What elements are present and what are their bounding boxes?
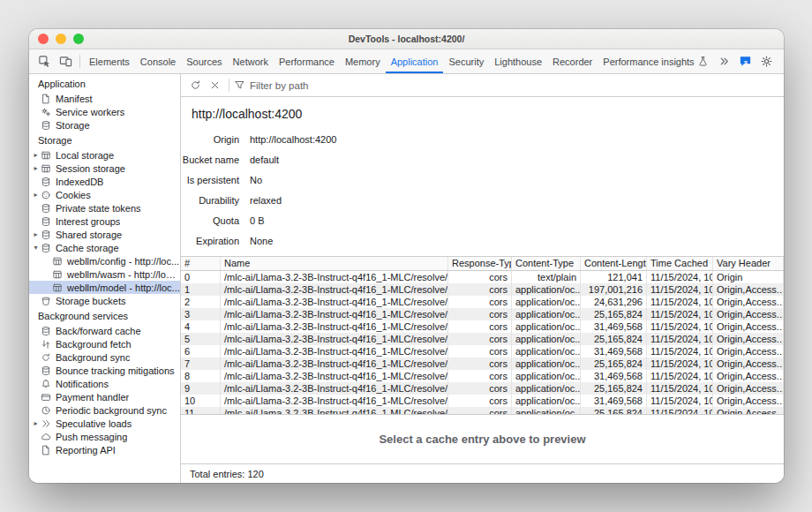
inspect-button[interactable] — [34, 49, 55, 73]
cache-entry-row[interactable]: 8/mlc-ai/Llama-3.2-3B-Instruct-q4f16_1-M… — [181, 370, 784, 382]
sidebar-item-label: Back/forward cache — [56, 326, 141, 336]
column-header-response-type[interactable]: Response-Type — [448, 257, 512, 270]
sidebar-item-shared-storage[interactable]: ▸Shared storage — [29, 228, 180, 241]
devices-button[interactable] — [55, 49, 76, 73]
meta-value: No — [250, 175, 262, 185]
window-titlebar: DevTools - localhost:4200/ — [29, 29, 784, 49]
cache-entry-row[interactable]: 0/mlc-ai/Llama-3.2-3B-Instruct-q4f16_1-M… — [181, 271, 784, 283]
cell-index: 0 — [181, 271, 221, 283]
meta-row-quota: Quota0 B — [181, 210, 784, 230]
cloud-icon — [41, 432, 51, 442]
cache-entry-row[interactable]: 6/mlc-ai/Llama-3.2-3B-Instruct-q4f16_1-M… — [181, 345, 784, 358]
sidebar-item-back-forward-cache[interactable]: Back/forward cache — [29, 324, 180, 337]
sidebar-item-background-sync[interactable]: Background sync — [29, 350, 180, 364]
chevron-right-icon[interactable]: ▸ — [29, 164, 41, 172]
sidebar-item-session-storage[interactable]: ▸Session storage — [29, 162, 180, 175]
cache-entry-row[interactable]: 7/mlc-ai/Llama-3.2-3B-Instruct-q4f16_1-M… — [181, 358, 784, 370]
table-icon — [52, 282, 63, 293]
filter-by-path-input[interactable]: Filter by path — [234, 79, 308, 91]
sidebar-item-private-state-tokens[interactable]: Private state tokens — [29, 201, 180, 215]
cache-entry-row[interactable]: 2/mlc-ai/Llama-3.2-3B-Instruct-q4f16_1-M… — [181, 296, 784, 308]
doc-icon — [41, 94, 51, 104]
sidebar-item-background-fetch[interactable]: Background fetch — [29, 337, 180, 350]
settings-button[interactable] — [756, 55, 778, 68]
sidebar-item-manifest[interactable]: Manifest — [29, 92, 180, 105]
sidebar-item-interest-groups[interactable]: Interest groups — [29, 215, 180, 228]
tab-network[interactable]: Network — [228, 49, 274, 73]
tab-application[interactable]: Application — [386, 49, 444, 73]
menu-button[interactable] — [778, 55, 784, 68]
clock-icon — [41, 405, 51, 416]
minimize-window-button[interactable] — [56, 34, 66, 44]
cell-index: 6 — [181, 345, 221, 358]
cache-entry-row[interactable]: 10/mlc-ai/Llama-3.2-3B-Instruct-q4f16_1-… — [181, 395, 784, 407]
tab-lighthouse[interactable]: Lighthouse — [489, 49, 547, 73]
cache-entry-row[interactable]: 5/mlc-ai/Llama-3.2-3B-Instruct-q4f16_1-M… — [181, 333, 784, 345]
cache-entry-row[interactable]: 11/mlc-ai/Llama-3.2-3B-Instruct-q4f16_1-… — [181, 407, 784, 414]
cache-entry-row[interactable]: 1/mlc-ai/Llama-3.2-3B-Instruct-q4f16_1-M… — [181, 283, 784, 296]
column-header-content-length[interactable]: Content-Length — [581, 257, 647, 270]
fetch-icon — [41, 339, 51, 350]
close-window-button[interactable] — [38, 34, 49, 44]
cell-name: /mlc-ai/Llama-3.2-3B-Instruct-q4f16_1-ML… — [221, 358, 448, 370]
tab-security[interactable]: Security — [443, 49, 489, 73]
column-header-vary-header[interactable]: Vary Header — [713, 257, 784, 270]
sidebar-item-webllm-model-http-loc[interactable]: webllm/model - http://loc... — [29, 281, 180, 294]
chevron-right-icon[interactable]: ▸ — [29, 230, 41, 238]
tab-memory[interactable]: Memory — [340, 49, 386, 73]
tab-elements[interactable]: Elements — [84, 49, 135, 73]
column-header-time-cached[interactable]: Time Cached — [647, 257, 713, 270]
zoom-window-button[interactable] — [73, 34, 84, 44]
column-header-content-type[interactable]: Content-Type — [512, 257, 581, 270]
sidebar-item-bounce-tracking-mitigations[interactable]: Bounce tracking mitigations — [29, 364, 180, 377]
sidebar-item-cookies[interactable]: ▸Cookies — [29, 188, 180, 201]
sidebar-item-indexeddb[interactable]: IndexedDB — [29, 175, 180, 188]
chevrons-icon — [718, 55, 731, 68]
sidebar-item-storage-buckets[interactable]: Storage buckets — [29, 294, 180, 307]
devices-icon — [59, 55, 72, 68]
sidebar-item-cache-storage[interactable]: ▾Cache storage — [29, 241, 180, 254]
tab-console[interactable]: Console — [135, 49, 181, 73]
sidebar-item-notifications[interactable]: Notifications — [29, 377, 180, 390]
inspect-icon — [38, 55, 51, 68]
refresh-button[interactable] — [185, 76, 205, 95]
cell-name: /mlc-ai/Llama-3.2-3B-Instruct-q4f16_1-ML… — [221, 333, 448, 345]
sidebar-item-speculative-loads[interactable]: ▸Speculative loads — [29, 417, 180, 430]
cache-entry-row[interactable]: 4/mlc-ai/Llama-3.2-3B-Instruct-q4f16_1-M… — [181, 320, 784, 333]
chevron-right-icon[interactable]: ▸ — [29, 419, 41, 427]
chevron-down-icon[interactable]: ▾ — [29, 244, 41, 252]
delete-selected-button[interactable] — [205, 76, 224, 95]
cache-entry-row[interactable]: 3/mlc-ai/Llama-3.2-3B-Instruct-q4f16_1-M… — [181, 308, 784, 320]
tab-performance[interactable]: Performance — [274, 49, 340, 73]
column-header-name[interactable]: Name — [221, 257, 448, 270]
sidebar-item-payment-handler[interactable]: Payment handler — [29, 390, 180, 403]
cache-entry-row[interactable]: 9/mlc-ai/Llama-3.2-3B-Instruct-q4f16_1-M… — [181, 382, 784, 395]
cell-vary-header: Origin,Access... — [713, 370, 784, 382]
chevron-right-icon[interactable]: ▸ — [29, 151, 41, 159]
sidebar-item-local-storage[interactable]: ▸Local storage — [29, 148, 180, 162]
more-tabs-button[interactable] — [714, 55, 735, 68]
table-icon — [52, 256, 63, 267]
sidebar-item-push-messaging[interactable]: Push messaging — [29, 430, 180, 443]
sidebar-item-webllm-config-http-loc[interactable]: webllm/config - http://loc... — [29, 254, 180, 267]
tab-sources[interactable]: Sources — [181, 49, 227, 73]
sidebar-item-webllm-wasm-http-loca[interactable]: webllm/wasm - http://loca... — [29, 267, 180, 281]
funnel-icon — [234, 79, 245, 91]
cell-content-type: application/oc... — [512, 407, 581, 414]
sidebar-item-label: Periodic background sync — [56, 405, 167, 416]
sidebar-item-label: Background sync — [56, 352, 130, 363]
chevron-right-icon[interactable]: ▸ — [29, 191, 41, 199]
tab-performance-insights[interactable]: Performance insights — [598, 49, 713, 73]
sidebar-item-reporting-api[interactable]: Reporting API — [29, 443, 180, 456]
cell-time-cached: 11/15/2024, 10... — [647, 345, 713, 358]
cell-content-length: 31,469,568 — [581, 395, 647, 407]
tab-recorder[interactable]: Recorder — [547, 49, 598, 73]
sidebar-item-storage[interactable]: Storage — [29, 118, 180, 132]
sidebar-item-service-workers[interactable]: Service workers — [29, 105, 180, 118]
issues-button[interactable]: 3 — [735, 55, 756, 68]
sidebar-item-periodic-background-sync[interactable]: Periodic background sync — [29, 403, 180, 417]
cell-content-length: 25,165,824 — [581, 308, 647, 320]
cache-table: #NameResponse-TypeContent-TypeContent-Le… — [181, 256, 784, 414]
column-header-index[interactable]: # — [181, 257, 221, 270]
cell-name: /mlc-ai/Llama-3.2-3B-Instruct-q4f16_1-ML… — [221, 382, 448, 395]
